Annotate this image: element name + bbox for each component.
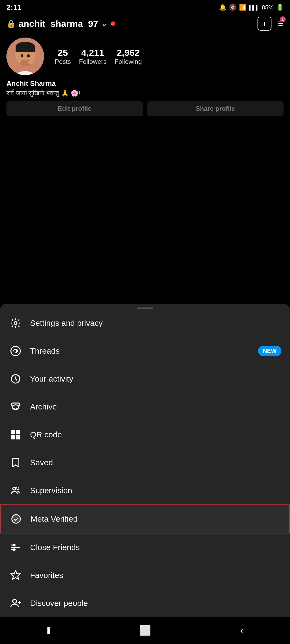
- bottom-navigation: ⦀ ⬜ ‹: [0, 617, 290, 644]
- supervision-label: Supervision: [30, 486, 281, 495]
- new-post-button[interactable]: ＋: [258, 17, 271, 31]
- stats-row: 25 Posts 4,211 Followers 2,962 Following: [55, 47, 284, 65]
- menu-item-activity[interactable]: Your activity: [0, 365, 290, 393]
- followers-count: 4,211: [81, 47, 104, 58]
- header-actions: ＋ ≡ 1: [258, 17, 284, 31]
- svg-point-26: [13, 599, 17, 603]
- svg-rect-20: [19, 438, 20, 439]
- discover-people-icon: [9, 596, 23, 610]
- activity-icon: [9, 372, 23, 386]
- svg-rect-18: [19, 436, 20, 437]
- avatar[interactable]: [6, 38, 44, 75]
- menu-item-supervision[interactable]: Supervision: [0, 477, 290, 504]
- lock-icon: 🔒: [6, 19, 16, 28]
- meta-verified-icon: [9, 512, 23, 526]
- saved-icon: [9, 456, 23, 470]
- menu-item-settings[interactable]: Settings and privacy: [0, 309, 290, 337]
- header-bar: 🔒 anchit_sharma_97 ⌄ ＋ ≡ 1: [0, 14, 290, 35]
- svg-rect-19: [17, 438, 18, 439]
- status-time: 2:11: [6, 3, 21, 12]
- svg-rect-4: [16, 47, 35, 52]
- following-count: 2,962: [117, 47, 140, 58]
- plus-icon: ＋: [260, 18, 269, 29]
- wifi-icon: 📶: [239, 4, 246, 11]
- qrcode-label: QR code: [30, 430, 281, 439]
- profile-buttons: Edit profile Share profile: [6, 101, 284, 116]
- favorites-label: Favorites: [30, 571, 281, 580]
- close-friends-label: Close Friends: [30, 543, 281, 552]
- qr-code-icon: [9, 428, 23, 442]
- status-icons: 🔔 🔇 📶 ▌▌▌ 85% 🔋: [219, 4, 284, 11]
- following-stat[interactable]: 2,962 Following: [115, 47, 142, 65]
- svg-point-25: [13, 549, 15, 551]
- online-indicator: [111, 21, 115, 26]
- svg-point-6: [27, 54, 30, 57]
- home-circle-icon: ⬜: [139, 625, 151, 636]
- menu-item-close-friends[interactable]: Close Friends: [0, 533, 290, 561]
- menu-item-discover[interactable]: Discover people: [0, 589, 290, 617]
- svg-point-21: [13, 487, 16, 490]
- username-text: anchit_sharma_97: [19, 19, 98, 29]
- username-row[interactable]: 🔒 anchit_sharma_97 ⌄: [6, 19, 115, 29]
- supervision-icon: [9, 484, 23, 497]
- posts-count: 25: [58, 47, 68, 58]
- profile-name: Anchit Sharma: [6, 79, 284, 88]
- following-label: Following: [115, 58, 142, 65]
- menu-item-qrcode[interactable]: QR code: [0, 421, 290, 449]
- svg-point-24: [13, 544, 15, 546]
- menu-item-threads[interactable]: Threads NEW: [0, 337, 290, 365]
- svg-rect-17: [17, 436, 18, 437]
- posts-label: Posts: [55, 58, 71, 65]
- signal-icon: ▌▌▌: [249, 5, 259, 10]
- chevron-down-icon: ⌄: [101, 19, 107, 28]
- archive-label: Archive: [30, 402, 281, 411]
- followers-stat[interactable]: 4,211 Followers: [79, 47, 107, 65]
- share-profile-button[interactable]: Share profile: [147, 101, 284, 116]
- hamburger-menu-button[interactable]: ≡ 1: [278, 18, 284, 29]
- svg-point-9: [14, 322, 17, 325]
- home-button[interactable]: ⬜: [134, 623, 156, 639]
- svg-rect-16: [12, 437, 14, 438]
- menu-item-saved[interactable]: Saved: [0, 449, 290, 477]
- recent-apps-button[interactable]: ⦀: [38, 623, 59, 639]
- edit-profile-button[interactable]: Edit profile: [6, 101, 143, 116]
- back-arrow-icon: ‹: [240, 625, 243, 636]
- svg-rect-12: [12, 431, 14, 433]
- posts-stat[interactable]: 25 Posts: [55, 47, 71, 65]
- status-bar: 2:11 🔔 🔇 📶 ▌▌▌ 85% 🔋: [0, 0, 290, 14]
- settings-label: Settings and privacy: [30, 319, 281, 328]
- svg-rect-14: [17, 431, 19, 433]
- avatar-image: [6, 38, 44, 75]
- meta-verified-label: Meta Verified: [31, 514, 281, 524]
- bottom-sheet-menu: Settings and privacy Threads NEW Your ac…: [0, 304, 290, 644]
- svg-point-22: [16, 488, 19, 490]
- mute-icon: 🔇: [229, 4, 236, 11]
- archive-icon: [9, 400, 23, 414]
- menu-item-archive[interactable]: Archive: [0, 393, 290, 421]
- menu-item-favorites[interactable]: Favorites: [0, 561, 290, 589]
- threads-new-badge: NEW: [258, 346, 281, 356]
- discover-label: Discover people: [30, 599, 281, 608]
- menu-item-meta-verified[interactable]: Meta Verified: [0, 504, 290, 533]
- alarm-icon: 🔔: [219, 4, 226, 11]
- profile-bio: सर्वे जाना सुखिनो भवन्तु 🙏 🌸!: [6, 89, 284, 97]
- followers-label: Followers: [79, 58, 107, 65]
- close-friends-icon: [9, 540, 23, 554]
- settings-icon: [9, 316, 23, 330]
- activity-label: Your activity: [30, 374, 281, 383]
- battery-text: 85%: [262, 4, 274, 11]
- favorites-icon: [9, 568, 23, 582]
- profile-top: 25 Posts 4,211 Followers 2,962 Following: [6, 38, 284, 75]
- threads-icon: [9, 344, 23, 358]
- back-button[interactable]: ‹: [231, 623, 252, 639]
- battery-icon: 🔋: [276, 4, 284, 11]
- svg-point-5: [21, 54, 23, 57]
- profile-section: 25 Posts 4,211 Followers 2,962 Following…: [0, 35, 290, 116]
- notification-badge: 1: [280, 16, 286, 22]
- threads-label: Threads: [30, 346, 251, 356]
- saved-label: Saved: [30, 458, 281, 467]
- recents-icon: ⦀: [46, 625, 50, 636]
